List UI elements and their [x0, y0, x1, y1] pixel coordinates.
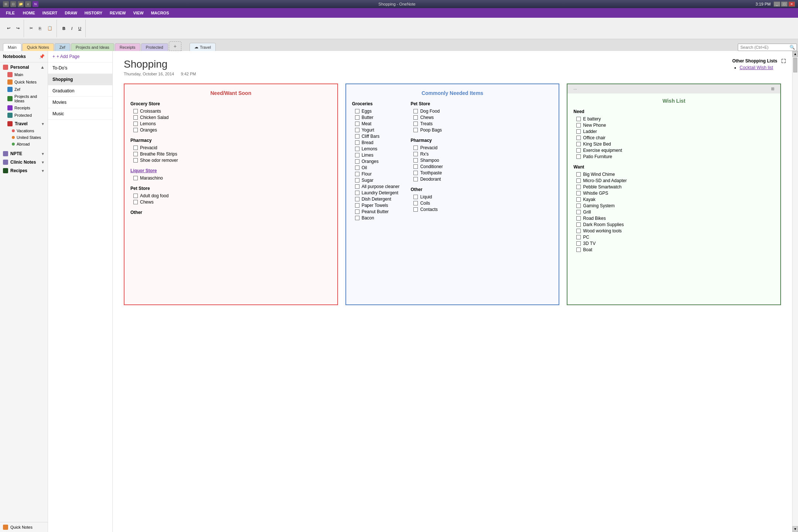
cb-chews[interactable]	[133, 200, 138, 204]
scroll-up-button[interactable]: ▲	[792, 51, 798, 57]
cb-coils[interactable]	[413, 201, 418, 205]
search-input[interactable]	[738, 44, 797, 51]
cb-wind-chime[interactable]	[576, 172, 581, 177]
maximize-button[interactable]: □	[781, 1, 788, 7]
minimize-button[interactable]: _	[774, 1, 780, 7]
cb-chews-c[interactable]	[413, 115, 418, 120]
cb-croissants[interactable]	[133, 109, 138, 113]
close-button[interactable]: ✕	[788, 1, 795, 7]
cb-butter[interactable]	[355, 115, 359, 120]
wish-list-expand-icon[interactable]: ⊞	[771, 86, 774, 91]
cb-bacon[interactable]	[355, 216, 359, 220]
page-item-graduation[interactable]: Graduation	[48, 85, 112, 97]
cb-oranges-c[interactable]	[355, 159, 359, 164]
add-page-button[interactable]: + + Add Page	[48, 51, 112, 62]
cut-button[interactable]: ✂	[27, 25, 35, 32]
page-item-shopping[interactable]: Shopping	[48, 74, 112, 85]
section-tab-add[interactable]: +	[169, 41, 181, 51]
scroll-thumb[interactable]	[793, 58, 797, 72]
cb-prevacid-c[interactable]	[413, 146, 418, 150]
expand-recipes-icon[interactable]: ▼	[41, 169, 45, 173]
page-item-movies[interactable]: Movies	[48, 97, 112, 108]
cb-adult-dog-food[interactable]	[133, 194, 138, 198]
cb-oil[interactable]	[355, 166, 359, 170]
cb-whistle-gps[interactable]	[576, 191, 581, 195]
section-tab-zef[interactable]: Zef	[55, 43, 70, 51]
scroll-down-button[interactable]: ▼	[792, 526, 798, 532]
cb-poop-bags[interactable]	[413, 128, 418, 132]
cb-lemons[interactable]	[133, 122, 138, 126]
cb-prevacid[interactable]	[133, 146, 138, 150]
sidebar-notebook-personal[interactable]: Personal ▲	[0, 62, 48, 71]
sidebar-item-travel[interactable]: Travel ▼	[0, 119, 48, 127]
cb-dish[interactable]	[355, 197, 359, 201]
ribbon-tab-review[interactable]: REVIEW	[106, 9, 129, 17]
sidebar-item-zef[interactable]: Zef	[0, 86, 48, 93]
sidebar-item-main[interactable]: Main	[0, 71, 48, 78]
cb-conditioner[interactable]	[413, 164, 418, 169]
cb-ladder[interactable]	[576, 129, 581, 134]
ribbon-tab-view[interactable]: VIEW	[130, 9, 147, 17]
cb-woodworking[interactable]	[576, 229, 581, 233]
cb-microsd[interactable]	[576, 178, 581, 183]
cb-treats[interactable]	[413, 122, 418, 126]
ribbon-tab-macros[interactable]: MACROS	[147, 9, 173, 17]
section-tab-projects[interactable]: Projects and Ideas	[71, 43, 114, 51]
cb-pebble[interactable]	[576, 185, 581, 189]
sidebar-notebook-npte[interactable]: NPTE ▼	[0, 149, 48, 157]
cb-road-bikes[interactable]	[576, 216, 581, 221]
cb-bread[interactable]	[355, 140, 359, 145]
cb-breathe-rite[interactable]	[133, 152, 138, 156]
ribbon-tab-insert[interactable]: INSERT	[39, 9, 61, 17]
section-tab-main[interactable]: Main	[3, 43, 21, 51]
cb-patio[interactable]	[576, 154, 581, 159]
cb-yogurt[interactable]	[355, 128, 359, 132]
sidebar-item-quicknotes[interactable]: Quick Notes	[0, 78, 48, 86]
cb-lemons-c[interactable]	[355, 147, 359, 151]
section-tab-quicknotes[interactable]: Quick Notes	[22, 43, 54, 51]
expand-page-icon[interactable]	[781, 58, 786, 65]
cb-e-battery[interactable]	[576, 117, 581, 121]
cb-oranges[interactable]	[133, 128, 138, 132]
cb-sugar[interactable]	[355, 178, 359, 183]
sidebar-item-receipts[interactable]: Receipts	[0, 104, 48, 112]
sidebar-quicknotes-bottom[interactable]: Quick Notes	[0, 522, 48, 532]
cb-peanut-butter[interactable]	[355, 209, 359, 214]
ribbon-tab-draw[interactable]: DRAW	[61, 9, 81, 17]
cb-dog-food[interactable]	[413, 109, 418, 113]
cb-darkroom[interactable]	[576, 222, 581, 227]
expand-clinicnotes-icon[interactable]: ▼	[41, 160, 45, 164]
cb-new-phone[interactable]	[576, 123, 581, 127]
collapse-personal-icon[interactable]: ▲	[40, 65, 45, 70]
section-tab-protected[interactable]: Protected	[141, 43, 168, 51]
cb-cliff-bars[interactable]	[355, 134, 359, 139]
page-item-todos[interactable]: To-Do's	[48, 62, 112, 74]
cb-kayak[interactable]	[576, 197, 581, 202]
redo-button[interactable]: ↪	[14, 25, 22, 32]
sidebar-item-abroad[interactable]: Abroad	[0, 141, 48, 147]
cb-deodorant[interactable]	[413, 177, 418, 181]
sidebar-item-projects[interactable]: Projects and Ideas	[0, 93, 48, 104]
collapse-travel-icon[interactable]: ▼	[41, 122, 45, 126]
ribbon-tab-history[interactable]: HISTORY	[81, 9, 106, 17]
cb-shampoo[interactable]	[413, 158, 418, 163]
paste-button[interactable]: 📋	[45, 25, 55, 32]
section-tab-travel[interactable]: ☁ Travel	[190, 43, 216, 51]
search-icon[interactable]: 🔍	[790, 45, 795, 50]
cb-eggs[interactable]	[355, 109, 359, 113]
ribbon-tab-home[interactable]: HOME	[19, 9, 39, 17]
sidebar-item-protected[interactable]: Protected	[0, 112, 48, 119]
cb-boat[interactable]	[576, 248, 581, 252]
cb-office-chair[interactable]	[576, 136, 581, 140]
cb-flour[interactable]	[355, 172, 359, 176]
page-item-music[interactable]: Music	[48, 108, 112, 120]
cb-laundry[interactable]	[355, 191, 359, 195]
cb-grill[interactable]	[576, 210, 581, 214]
cb-3dtv[interactable]	[576, 241, 581, 246]
cb-toothpaste[interactable]	[413, 171, 418, 175]
italic-button[interactable]: I	[69, 25, 75, 32]
cb-liquid[interactable]	[413, 195, 418, 199]
bold-button[interactable]: B	[60, 25, 68, 32]
cb-gaming[interactable]	[576, 204, 581, 208]
sidebar-item-vacations[interactable]: Vacations	[0, 127, 48, 134]
